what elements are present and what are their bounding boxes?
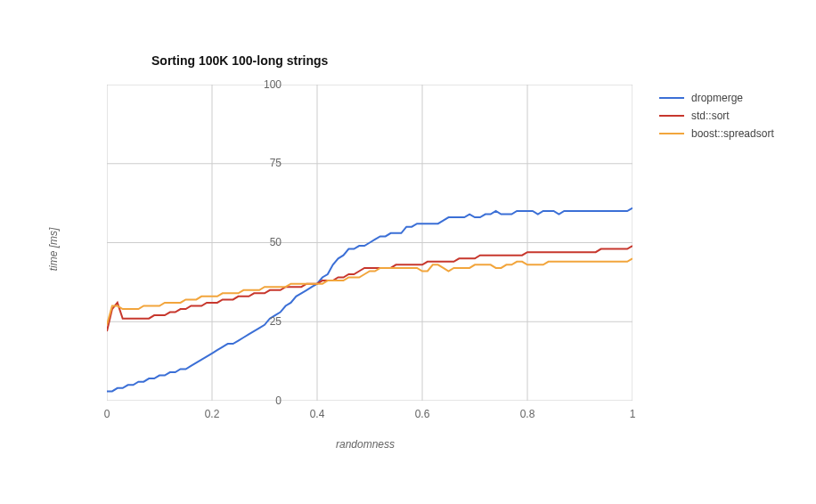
legend-item: boost::spreadsort [659, 125, 774, 142]
plot-svg [107, 85, 632, 401]
legend-swatch [659, 97, 684, 99]
chart-title: Sorting 100K 100-long strings [151, 53, 328, 68]
series-line [107, 246, 632, 331]
ytick: 0 [219, 394, 282, 407]
xtick: 0.6 [415, 408, 430, 420]
legend: dropmerge std::sort boost::spreadsort [659, 89, 774, 142]
legend-label: boost::spreadsort [691, 127, 774, 140]
legend-swatch [659, 115, 684, 117]
legend-item: std::sort [659, 107, 774, 125]
x-axis-label: randomness [336, 438, 395, 451]
y-axis-label: time [ms] [47, 228, 60, 272]
series-group [107, 208, 632, 392]
legend-swatch [659, 133, 684, 134]
xtick: 0.4 [310, 408, 325, 420]
xtick: 0.2 [205, 408, 220, 420]
plot-area [107, 85, 632, 401]
legend-item: dropmerge [659, 89, 774, 107]
xtick: 0.8 [520, 408, 535, 420]
ytick: 100 [219, 78, 282, 91]
ytick: 75 [219, 157, 282, 169]
chart-container: Sorting 100K 100-long strings time [ms] … [0, 0, 816, 504]
ytick: 25 [219, 315, 282, 328]
xtick: 0 [104, 408, 110, 420]
legend-label: std::sort [691, 110, 730, 122]
legend-label: dropmerge [691, 92, 743, 104]
ytick: 50 [219, 236, 282, 248]
xtick: 1 [630, 408, 636, 420]
